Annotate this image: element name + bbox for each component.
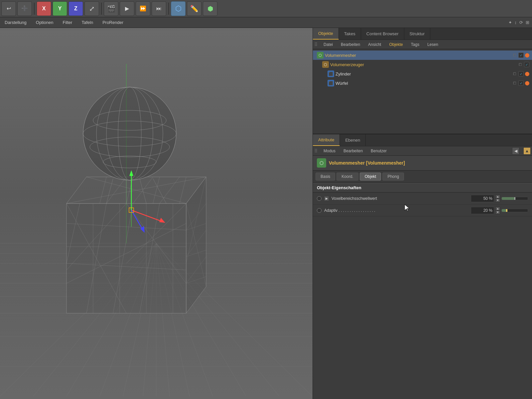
tree-item-volumenerzeuger[interactable]: ⬡ Volumenerzeuger ⧠ ✓ (313, 60, 532, 69)
zylinder-label: Zylinder (335, 71, 510, 76)
voxel-down[interactable]: ▼ (495, 199, 500, 202)
menu-datei[interactable]: Datei (322, 42, 335, 48)
subtab-basis[interactable]: Basis (316, 173, 335, 181)
attribute-menubar: ⠿ Modus Bearbeiten Benutzer ◀ ▲ (313, 146, 532, 156)
menu-prorender[interactable]: ProRender (100, 19, 125, 26)
fast-forward-button[interactable]: ⏩ (136, 1, 150, 16)
subtab-koord[interactable]: Koord. (336, 173, 358, 181)
visible-check-4[interactable]: ✓ (518, 80, 524, 86)
menu-filter[interactable]: Filter (61, 19, 74, 26)
adaptiv-down[interactable]: ▼ (495, 210, 500, 214)
visible-check-1[interactable]: ✓ (518, 53, 524, 58)
mesh-button[interactable]: ⬢ (203, 1, 217, 16)
attr-menu-modus[interactable]: Modus (322, 148, 337, 154)
tab-ebenen[interactable]: Ebenen (340, 134, 366, 146)
svg-point-27 (83, 87, 176, 180)
add-button[interactable]: ➕ (17, 1, 32, 16)
voxel-slider-fill (502, 197, 515, 200)
menu-objekte[interactable]: Objekte (387, 42, 405, 48)
toolbar-right-icons: ✦ ↕ ⟳ ⊞ (508, 20, 530, 25)
voxel-slider-handle[interactable] (514, 197, 515, 200)
tab-attribute[interactable]: Attribute (313, 134, 340, 146)
tab-content-browser[interactable]: Content Browser (361, 28, 404, 40)
section-header-objekt-eigenschaften: Objekt-Eigenschaften (313, 183, 532, 193)
z-axis-button[interactable]: Z (68, 1, 83, 16)
render-visible-icon-3[interactable]: ⧠ (512, 71, 517, 76)
voxel-label: Voxelbereichsschwellwert (332, 196, 468, 201)
tab-takes[interactable]: Takes (339, 28, 361, 40)
volumenerzeuger-icon: ⬡ (322, 61, 329, 68)
render-visible-icon-4[interactable]: ⧠ (512, 80, 517, 86)
object-manager-tabs: Objekte Takes Content Browser Struktur (313, 28, 532, 40)
voxel-expand[interactable]: ▶ (324, 196, 329, 201)
object-tree: ⬡ Volumenmesher ⧠ ✓ ⬡ Volumenerzeuger ⧠ (313, 49, 532, 134)
voxel-value-box: ▲ ▼ (471, 195, 528, 202)
pen-tool-button[interactable]: ✏️ (187, 1, 201, 16)
skip-end-button[interactable]: ⏭ (152, 1, 166, 16)
play-button[interactable]: ▶ (120, 1, 134, 16)
color-dot-3 (525, 72, 529, 76)
object-manager: Objekte Takes Content Browser Struktur ⠿… (313, 28, 532, 134)
align-icon[interactable]: ↕ (515, 20, 517, 25)
attribute-manager-tabs: Attribute Ebenen (313, 134, 532, 146)
voxel-spinner[interactable]: ▲ ▼ (495, 195, 500, 202)
visible-check-2[interactable]: ✓ (524, 62, 529, 67)
volumenmesher-controls: ⧠ ✓ (512, 53, 529, 58)
undo-button[interactable]: ↩ (1, 1, 16, 16)
clapper-button[interactable]: 🎬 (104, 1, 118, 16)
move-icon[interactable]: ✦ (508, 20, 512, 25)
grid-icon[interactable]: ⊞ (526, 20, 529, 25)
render-visible-icon-2[interactable]: ⧠ (517, 62, 523, 67)
separator-2 (101, 3, 102, 15)
voxel-radio[interactable] (317, 196, 322, 201)
volumenmesher-label: Volumenmesher (325, 53, 510, 58)
refresh-icon[interactable]: ⟳ (519, 20, 523, 25)
adaptiv-slider-handle[interactable] (506, 209, 507, 212)
cube-view-button[interactable]: ⬡ (171, 1, 186, 16)
adaptiv-spinner[interactable]: ▲ ▼ (495, 207, 500, 214)
volumenerzeuger-controls: ⧠ ✓ (517, 62, 529, 67)
nav-forward-button[interactable]: ▲ (523, 147, 531, 155)
attr-object-name: Volumenmesher [Volumenmesher] (329, 160, 405, 166)
attr-menu-benutzer[interactable]: Benutzer (369, 148, 389, 154)
menu-tags[interactable]: Tags (409, 42, 421, 48)
voxel-input[interactable] (471, 195, 494, 202)
adaptiv-input[interactable] (471, 207, 494, 214)
color-dot-4 (525, 81, 529, 85)
visible-check-3[interactable]: ✓ (518, 71, 524, 76)
attribute-empty-space (313, 216, 532, 399)
object-manager-menubar: ⠿ Datei Bearbeiten Ansicht Objekte Tags … (313, 40, 532, 49)
voxel-up[interactable]: ▲ (495, 195, 500, 199)
separator-1 (34, 3, 35, 15)
transform-button[interactable]: ⤢ (84, 1, 99, 16)
subtab-phong[interactable]: Phong (382, 173, 404, 181)
tree-item-volumenmesher[interactable]: ⬡ Volumenmesher ⧠ ✓ (313, 51, 532, 60)
nav-back-button[interactable]: ◀ (512, 147, 519, 155)
menu-ansicht[interactable]: Ansicht (366, 42, 383, 48)
adaptiv-radio[interactable] (317, 208, 322, 213)
menu-tafeln[interactable]: Tafeln (79, 19, 95, 26)
subtab-objekt[interactable]: Objekt (360, 173, 381, 181)
main-area: Objekte Takes Content Browser Struktur ⠿… (0, 28, 532, 399)
adaptiv-label: Adaptiv . . . . . . . . . . . . . . . . … (324, 208, 468, 213)
menu-bearbeiten[interactable]: Bearbeiten (339, 42, 362, 48)
color-dot-1 (525, 53, 529, 58)
viewport-3d[interactable] (0, 28, 313, 399)
adaptiv-up[interactable]: ▲ (495, 207, 500, 210)
menu-optionen[interactable]: Optionen (34, 19, 56, 26)
tab-objekte[interactable]: Objekte (313, 28, 339, 40)
menu-lesen[interactable]: Lesen (425, 42, 440, 48)
render-visible-icon[interactable]: ⧠ (512, 53, 517, 58)
voxel-slider[interactable] (501, 197, 528, 200)
tab-struktur[interactable]: Struktur (404, 28, 431, 40)
y-axis-button[interactable]: Y (53, 1, 67, 16)
attr-menu-bearbeiten[interactable]: Bearbeiten (341, 148, 365, 154)
volumenerzeuger-label: Volumenerzeuger (330, 62, 516, 67)
menu-darstellung[interactable]: Darstellung (3, 19, 29, 26)
property-row-adaptiv: Adaptiv . . . . . . . . . . . . . . . . … (313, 204, 532, 216)
adaptiv-slider[interactable] (501, 209, 528, 212)
tree-item-wuerfel[interactable]: ⬛ Würfel ⧠ ✓ (313, 78, 532, 88)
wuerfel-icon: ⬛ (328, 80, 334, 86)
x-axis-button[interactable]: X (37, 1, 51, 16)
tree-item-zylinder[interactable]: ⬛ Zylinder ⧠ ✓ (313, 69, 532, 78)
